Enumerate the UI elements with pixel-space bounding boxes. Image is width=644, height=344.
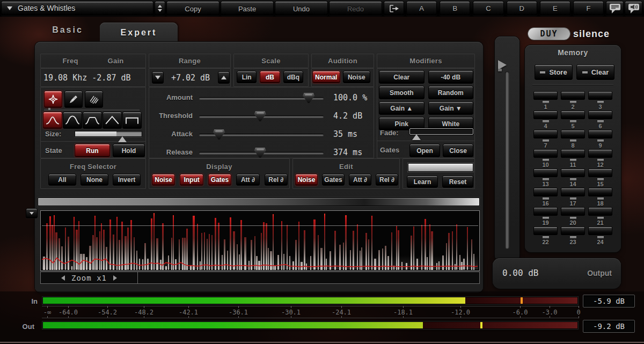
learn-button[interactable]: Learn [407,175,438,188]
tab-expert[interactable]: Expert [100,23,178,42]
memory-slot-5-button[interactable] [561,111,585,119]
freq-selector-invert[interactable]: Invert [113,174,141,186]
memory-slot-1-button[interactable] [533,91,558,100]
display-toggle-input[interactable]: Input [180,174,203,186]
memory-slot-11-button[interactable] [561,149,585,158]
snapshot-slot-c[interactable]: C [473,1,503,16]
memory-store-button[interactable]: Store [535,64,573,80]
zoom-control[interactable]: Zoom x1 [41,272,138,283]
memory-slot-7-button[interactable] [533,130,558,138]
scale-lin[interactable]: Lin [237,71,257,83]
memory-slot-20-button[interactable] [561,207,585,216]
state-run-button[interactable]: Run [75,144,110,157]
modifier-40-db[interactable]: -40 dB [428,70,474,84]
memory-slot-15-button[interactable] [588,169,612,177]
preset-stepper[interactable] [155,1,165,16]
freq-selector-all[interactable]: All [48,174,76,186]
reset-button[interactable]: Reset [442,175,473,188]
memory-slot-19-button[interactable] [533,207,558,216]
preset-selector[interactable]: Gates & Whistles [1,1,153,16]
spectrum-display[interactable] [40,210,480,271]
memory-slot-16-button[interactable] [533,188,558,196]
range-down-button[interactable] [152,71,164,84]
slider-knob[interactable] [213,129,225,140]
audition-normal[interactable]: Normal [312,71,340,83]
display-toggle-att[interactable]: Att ∂ [236,174,259,186]
spectrum-overview-scrollbar[interactable] [38,197,480,206]
memory-slot-14-button[interactable] [561,169,585,177]
modifier-gain[interactable]: Gain ▼ [428,101,474,115]
amount-slider-track[interactable] [199,97,324,99]
output-slider-handle[interactable] [498,60,507,70]
comments-button[interactable] [606,1,624,16]
threshold-slider-track[interactable] [199,115,324,118]
pencil-tool-button[interactable] [64,91,83,108]
memory-slot-2-button[interactable] [561,91,585,100]
copy-to-slot-button[interactable] [384,1,404,16]
audio-feedback-button[interactable] [625,1,642,16]
output-slider-track[interactable] [505,71,509,248]
snapshot-slot-d[interactable]: D [507,1,537,16]
curve-plateau-button[interactable] [83,112,102,129]
memory-clear-button[interactable]: Clear [576,64,614,80]
attack-slider-track[interactable] [199,134,324,136]
redo-button[interactable]: Redo [329,1,382,16]
display-options-button[interactable] [26,208,38,218]
hatch-tool-button[interactable] [85,91,103,108]
memory-slot-6-button[interactable] [588,111,612,119]
tab-basic[interactable]: Basic [46,25,89,35]
memory-slot-23-button[interactable] [561,226,585,235]
release-slider-track[interactable] [199,152,324,154]
modifier-smooth[interactable]: Smooth [379,86,425,99]
modifier-gain[interactable]: Gain ▲ [379,101,425,115]
copy-button[interactable]: Copy [166,1,219,16]
edit-mode-att[interactable]: Att ∂ [349,174,371,186]
undo-button[interactable]: Undo [275,1,328,16]
paste-button[interactable]: Paste [221,1,274,16]
edit-mode-rel[interactable]: Rel ∂ [376,174,398,186]
slider-knob[interactable] [303,93,314,103]
memory-slot-10-button[interactable] [533,149,558,158]
snapshot-slot-f[interactable]: F [573,1,604,16]
memory-slot-24-button[interactable] [588,226,612,235]
gates-close-button[interactable]: Close [443,144,473,157]
modifier-clear[interactable]: Clear [379,70,425,84]
size-slider-pointer[interactable] [118,136,127,142]
scale-dbq[interactable]: dBq [283,71,303,83]
node-tool-button[interactable] [44,91,62,108]
memory-slot-22-button[interactable] [533,226,558,235]
curve-narrow-bell-button[interactable] [43,112,62,129]
memory-slot-8-button[interactable] [561,130,585,138]
curve-wide-bell-button[interactable] [63,112,82,129]
zoom-next-icon[interactable] [113,275,117,281]
snapshot-slot-a[interactable]: A [406,1,437,16]
memory-slot-21-button[interactable] [588,207,612,216]
memory-slot-17-button[interactable] [561,188,585,196]
memory-slot-13-button[interactable] [533,169,558,177]
zoom-prev-icon[interactable] [61,275,65,281]
audition-noise[interactable]: Noise [343,71,371,83]
memory-slot-3-button[interactable] [588,91,612,100]
display-toggle-noise[interactable]: Noise [152,174,175,186]
memory-slot-9-button[interactable] [588,130,612,138]
memory-slot-12-button[interactable] [588,149,612,158]
memory-slot-18-button[interactable] [588,188,612,196]
gates-open-button[interactable]: Open [409,144,440,157]
modifier-random[interactable]: Random [428,86,474,99]
freq-selector-none[interactable]: None [80,174,108,186]
snapshot-slot-e[interactable]: E [540,1,570,16]
display-toggle-gates[interactable]: Gates [208,174,231,186]
size-slider[interactable] [75,131,142,137]
snapshot-slot-b[interactable]: B [440,1,470,16]
range-up-button[interactable] [218,71,230,84]
memory-slot-4-button[interactable] [533,111,558,119]
curve-triangle-button[interactable] [103,112,122,129]
edit-mode-noise[interactable]: Noise [295,174,318,186]
fade-slider-pointer[interactable] [412,134,421,140]
state-hold-button[interactable]: Hold [113,144,145,157]
display-toggle-rel[interactable]: Rel ∂ [265,174,288,186]
scale-db[interactable]: dB [260,71,280,83]
slider-knob[interactable] [254,148,266,158]
edit-mode-gates[interactable]: Gates [322,174,345,186]
slider-knob[interactable] [254,111,266,121]
